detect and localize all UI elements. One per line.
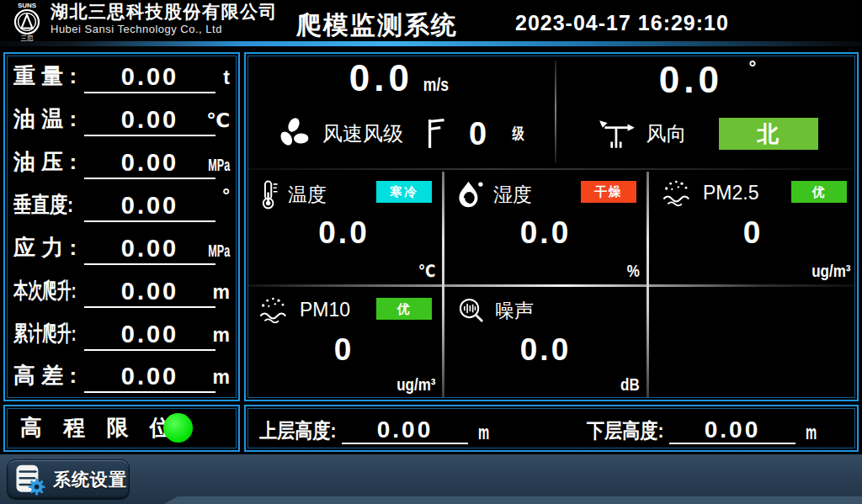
sensor-name: 温度 <box>288 182 327 208</box>
sensor-cell-temperature: 温度 寒冷 0.0 ℃ <box>246 170 442 284</box>
wind-level-unit: 级 <box>512 123 524 145</box>
wind-group-label: 风速风级 <box>322 120 403 147</box>
settings-button-label: 系统设置 <box>53 468 127 491</box>
environment-panel: 0.0 m/s 风速风级 0 级 <box>244 52 859 401</box>
metric-label: 本次爬升: <box>13 276 76 305</box>
wind-direction-section: 0.0 ° 风向 北 <box>558 54 857 169</box>
noise-value: 0.0 <box>444 332 646 368</box>
elevation-limit-panel: 高 程 限 位 <box>3 405 240 452</box>
company-logo-icon: SUNS 三思 <box>7 1 47 41</box>
company-name-en: Hubei Sansi Technology Co., Ltd <box>51 24 278 35</box>
metric-row-verticality: 垂直度: 0.00 ° <box>13 184 231 227</box>
pm10-status-badge: 优 <box>376 298 432 320</box>
metric-row-oil-temp: 油 温 : 0.00 ℃ <box>13 98 231 141</box>
particles-icon <box>661 178 694 207</box>
wind-speed-value: 0.0 <box>349 57 413 98</box>
metric-value: 0.00 <box>84 192 216 222</box>
settings-sliders-gear-icon <box>13 463 45 496</box>
temperature-value: 0.0 <box>246 215 442 251</box>
wind-vane-icon <box>598 116 636 151</box>
layer-heights-panel: 上层高度: 0.00 m 下层高度: 0.00 m <box>244 405 859 452</box>
metric-row-oil-pressure: 油 压 : 0.00 MPa <box>13 141 231 184</box>
wind-direction-unit: ° <box>748 57 756 78</box>
wind-direction-label: 风向 <box>646 120 687 147</box>
wind-section-divider <box>555 61 556 163</box>
droplet-icon <box>456 178 485 210</box>
metric-row-weight: 重 量 : 0.00 t <box>13 56 231 98</box>
pm10-value: 0 <box>246 332 442 368</box>
elevation-limit-label: 高 程 限 位 <box>20 406 179 448</box>
metric-unit: m <box>213 324 230 347</box>
sensor-header: PM10 <box>258 295 350 324</box>
metric-label: 油 温 : <box>13 104 77 134</box>
sensor-cell-pm25: PM2.5 优 0 ug/m³ <box>649 170 857 284</box>
metric-label: 油 压 : <box>13 147 77 177</box>
sensor-cell-noise: 噪声 0.0 dB <box>444 287 646 398</box>
lower-layer-height-group: 下层高度: 0.00 m <box>587 406 823 450</box>
lower-layer-label: 下层高度: <box>587 417 664 444</box>
wind-level-row: 风速风级 0 级 <box>246 109 556 158</box>
metric-value: 0.00 <box>84 278 216 308</box>
metric-unit: MPa <box>208 241 230 261</box>
footer-stripe <box>164 496 862 504</box>
fan-icon <box>275 115 312 152</box>
wind-direction-name-badge: 北 <box>719 118 818 150</box>
thermometer-icon <box>258 178 279 210</box>
metric-value: 0.00 <box>84 235 216 265</box>
sensor-header: 湿度 <box>456 178 532 210</box>
settings-button[interactable]: 系统设置 <box>7 459 130 500</box>
wind-level-value: 0 <box>469 116 487 152</box>
particles-icon <box>258 295 291 324</box>
noise-icon <box>456 295 487 326</box>
metric-row-current-climb: 本次爬升: 0.00 m <box>13 270 231 313</box>
metric-unit: ° <box>222 185 230 207</box>
humidity-status-badge: 干燥 <box>581 181 636 203</box>
sensor-header: 噪声 <box>456 295 534 326</box>
metric-row-total-climb: 累计爬升: 0.00 m <box>13 313 231 356</box>
metric-value: 0.00 <box>84 106 216 136</box>
footer-bar: 系统设置 <box>0 454 862 504</box>
metric-unit: ℃ <box>206 109 230 132</box>
metric-value: 0.00 <box>84 321 216 351</box>
sensor-cell-pm10: PM10 优 0 ug/m³ <box>246 287 442 398</box>
noise-unit: dB <box>620 375 640 395</box>
elevation-limit-indicator <box>163 413 193 443</box>
wind-direction-value: 0.0 <box>659 59 723 100</box>
metric-unit: m <box>213 366 230 389</box>
sensor-header: PM2.5 <box>661 178 758 207</box>
wind-speed-section: 0.0 m/s 风速风级 0 级 <box>246 54 556 169</box>
metrics-panel: 重 量 : 0.00 t 油 温 : 0.00 ℃ 油 压 : 0.00 MPa… <box>3 52 240 401</box>
pm25-status-badge: 优 <box>791 181 847 203</box>
metric-unit: t <box>223 66 230 89</box>
wind-level-flag-icon <box>425 118 447 150</box>
pm25-value: 0 <box>649 215 857 251</box>
sensor-cell-humidity: 湿度 干燥 0.0 % <box>444 170 646 284</box>
header: SUNS 三思 湖北三思科技股份有限公司 Hubei Sansi Technol… <box>0 0 862 41</box>
sensor-cell-empty <box>649 287 857 398</box>
metric-label: 累计爬升: <box>13 319 76 348</box>
metric-value: 0.00 <box>84 63 216 93</box>
upper-layer-value: 0.00 <box>342 418 468 444</box>
pm25-unit: ug/m³ <box>811 262 850 281</box>
upper-layer-unit: m <box>478 421 489 444</box>
wind-direction-reading: 0.0 ° <box>558 57 857 101</box>
metric-unit: m <box>213 281 230 304</box>
sensor-name: 噪声 <box>495 298 534 324</box>
temperature-unit: ℃ <box>418 261 435 281</box>
metric-row-stress: 应 力 : 0.00 MPa <box>13 227 231 270</box>
datetime-display: 2023-04-17 16:29:10 <box>515 11 729 35</box>
upper-layer-label: 上层高度: <box>259 417 337 444</box>
temperature-status-badge: 寒冷 <box>376 181 432 203</box>
page-title: 爬模监测系统 <box>296 8 458 43</box>
metric-value: 0.00 <box>84 363 216 393</box>
wind-speed-unit: m/s <box>423 74 449 96</box>
metric-row-height-diff: 高 差 : 0.00 m <box>13 355 231 398</box>
lower-layer-value: 0.00 <box>669 418 795 444</box>
wind-direction-row: 风向 北 <box>558 109 857 158</box>
metric-label: 重 量 : <box>13 61 77 91</box>
metric-unit: MPa <box>208 155 230 175</box>
sensor-name: 湿度 <box>493 182 532 208</box>
company-name-cn: 湖北三思科技股份有限公司 <box>51 3 278 21</box>
lower-layer-unit: m <box>806 421 817 444</box>
company-name-block: 湖北三思科技股份有限公司 Hubei Sansi Technology Co.,… <box>51 3 278 35</box>
